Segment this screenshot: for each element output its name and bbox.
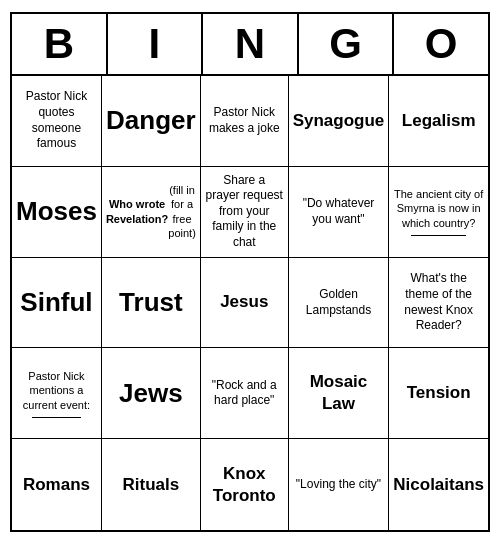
bingo-grid: Pastor Nick quotes someone famousDangerP… <box>12 76 488 531</box>
bingo-cell-r2c1: Trust <box>102 258 201 349</box>
header-letter-n: N <box>203 14 299 74</box>
bingo-cell-r1c2: Share a prayer request from your family … <box>201 167 289 258</box>
bingo-cell-r3c3: Mosaic Law <box>289 348 390 439</box>
bingo-cell-r3c1: Jews <box>102 348 201 439</box>
bingo-header: BINGO <box>12 14 488 76</box>
bingo-cell-r1c0: Moses <box>12 167 102 258</box>
header-letter-o: O <box>394 14 488 74</box>
bingo-cell-r4c1: Rituals <box>102 439 201 530</box>
bingo-cell-r4c3: "Loving the city" <box>289 439 390 530</box>
bingo-cell-r0c1: Danger <box>102 76 201 167</box>
bingo-cell-r4c0: Romans <box>12 439 102 530</box>
bingo-cell-r3c2: "Rock and a hard place" <box>201 348 289 439</box>
bingo-cell-r2c0: Sinful <box>12 258 102 349</box>
bingo-cell-r0c2: Pastor Nick makes a joke <box>201 76 289 167</box>
bingo-cell-r0c0: Pastor Nick quotes someone famous <box>12 76 102 167</box>
bingo-cell-r1c4: The ancient city of Smyrna is now in whi… <box>389 167 488 258</box>
header-letter-b: B <box>12 14 108 74</box>
bingo-cell-r0c3: Synagogue <box>289 76 390 167</box>
bingo-cell-r2c3: Golden Lampstands <box>289 258 390 349</box>
header-letter-i: I <box>108 14 204 74</box>
bingo-cell-r4c2: Knox Toronto <box>201 439 289 530</box>
bingo-cell-r3c0: Pastor Nick mentions a current event: <box>12 348 102 439</box>
header-letter-g: G <box>299 14 395 74</box>
bingo-cell-r4c4: Nicolaitans <box>389 439 488 530</box>
bingo-cell-r2c2: Jesus <box>201 258 289 349</box>
bingo-card: BINGO Pastor Nick quotes someone famousD… <box>10 12 490 533</box>
bingo-cell-r2c4: What's the theme of the newest Knox Read… <box>389 258 488 349</box>
bingo-cell-r3c4: Tension <box>389 348 488 439</box>
bingo-cell-r0c4: Legalism <box>389 76 488 167</box>
bingo-cell-r1c1: Who wrote Revelation?(fill in for a free… <box>102 167 201 258</box>
bingo-cell-r1c3: "Do whatever you want" <box>289 167 390 258</box>
